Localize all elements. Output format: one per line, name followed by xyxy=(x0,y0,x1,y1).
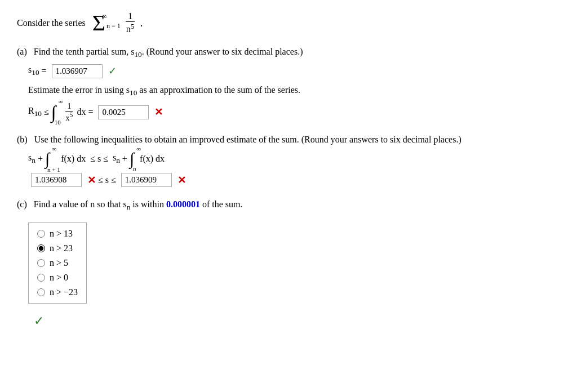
integral-fraction: 1 x5 xyxy=(64,102,75,123)
r10-input[interactable]: 0.0025 xyxy=(98,105,149,119)
radio-option-2[interactable]: n > 23 xyxy=(37,243,78,253)
series-header: Consider the series Σ ∞ n = 1 1 n5 . xyxy=(17,11,560,34)
s10-answer-row: s10 = 1.036907 ✓ xyxy=(28,64,560,78)
r10-x-icon: ✕ xyxy=(154,106,163,118)
integral-dx: dx xyxy=(77,107,86,117)
s10-input[interactable]: 1.036907 xyxy=(52,64,103,78)
integral-frac-den: x5 xyxy=(64,112,75,123)
integral1-display: ∫ ∞ n + 1 f(x) dx xyxy=(45,150,86,167)
sigma-bottom: n = 1 xyxy=(106,22,121,30)
sigma-top: ∞ xyxy=(102,12,121,21)
integral-display: ∫ ∞ 10 1 x5 dx xyxy=(51,102,86,123)
integral2-fx: f(x) dx xyxy=(140,154,165,164)
radio-option-5[interactable]: n > −23 xyxy=(37,287,78,297)
part-a-question: Find the tenth partial sum, s10. (Round … xyxy=(29,47,303,56)
integral-frac-num: 1 xyxy=(65,102,73,112)
s10-check-icon: ✓ xyxy=(108,65,117,77)
integral1-lower: n + 1 xyxy=(47,167,60,173)
r10-subscript: 10 xyxy=(34,109,42,118)
series-fraction: 1 n5 xyxy=(124,11,137,34)
part-c-check-icon: ✓ xyxy=(34,314,44,328)
r10-answer-row: R10 ≤ ∫ ∞ 10 1 x5 dx = 0. xyxy=(28,102,560,123)
radio-option-3[interactable]: n > 5 xyxy=(37,258,78,268)
part-c-question: Find a value of n so that sn is within 0… xyxy=(29,199,243,209)
part-c-section: (c) Find a value of n so that sn is with… xyxy=(17,199,560,328)
part-c-label: (c) Find a value of n so that sn is with… xyxy=(17,199,560,212)
radio-label-2: n > 23 xyxy=(50,243,73,253)
period: . xyxy=(140,16,143,29)
radio-label-3: n > 5 xyxy=(50,258,68,268)
part-c-letter: (c) xyxy=(17,199,27,209)
upper-bound-input[interactable]: 1.036909 xyxy=(121,173,172,187)
upper-x-icon: ✕ xyxy=(177,174,186,186)
sn-label2: sn xyxy=(113,153,120,165)
sn-label1: sn xyxy=(28,153,35,165)
part-b-answer-row: 1.036908 ✕ ≤ s ≤ 1.036909 ✕ xyxy=(28,173,560,187)
integral-lower: 10 xyxy=(55,119,61,126)
sigma-annotation: ∞ n = 1 xyxy=(106,15,121,30)
integral1-fx: f(x) dx xyxy=(61,154,86,164)
radio-input-5[interactable] xyxy=(37,288,45,296)
radio-input-2[interactable] xyxy=(37,244,45,252)
s10-subscript: 10 xyxy=(32,68,39,77)
fraction-numerator: 1 xyxy=(126,11,135,22)
part-b-label: (b) Use the following inequalities to ob… xyxy=(17,135,560,145)
power-5: 5 xyxy=(131,22,135,30)
radio-input-4[interactable] xyxy=(37,274,45,282)
integral2-upper: ∞ xyxy=(136,146,141,152)
s10-label: s10 xyxy=(28,65,39,77)
part-b-section: (b) Use the following inequalities to ob… xyxy=(17,135,560,187)
integral-upper: ∞ xyxy=(59,99,63,105)
radio-input-3[interactable] xyxy=(37,259,45,267)
highlight-value: 0.000001 xyxy=(166,199,200,209)
formula-row: sn + ∫ ∞ n + 1 f(x) dx ≤ s ≤ sn + xyxy=(28,150,560,167)
r10-result-equals: = xyxy=(86,107,95,117)
part-b-question: Use the following inequalities to obtain… xyxy=(30,135,461,144)
integral1-upper: ∞ xyxy=(52,146,56,152)
part-b-content: sn + ∫ ∞ n + 1 f(x) dx ≤ s ≤ sn + xyxy=(28,150,560,187)
sigma-wrapper: Σ ∞ n = 1 1 n5 xyxy=(92,11,137,34)
radio-group: n > 13n > 23n > 5n > 0n > −23 xyxy=(28,222,87,304)
radio-input-1[interactable] xyxy=(37,230,45,238)
part-a-letter: (a) xyxy=(17,47,27,56)
part-a-content: s10 = 1.036907 ✓ Estimate the error in u… xyxy=(28,64,560,123)
integral2-lower: n xyxy=(133,166,136,172)
radio-label-1: n > 13 xyxy=(50,229,73,239)
leq-s-leq2: ≤ s ≤ xyxy=(96,175,118,185)
r10-leq: ≤ xyxy=(42,107,51,117)
s10-equals: = xyxy=(39,66,49,76)
estimate-text-row: Estimate the error in using s10 as an ap… xyxy=(28,85,560,97)
radio-label-4: n > 0 xyxy=(50,273,68,283)
lower-bound-input[interactable]: 1.036908 xyxy=(31,173,82,187)
radio-option-1[interactable]: n > 13 xyxy=(37,229,78,239)
lower-x-icon: ✕ xyxy=(87,174,96,186)
fraction-denominator: n5 xyxy=(124,22,137,34)
part-b-letter: (b) xyxy=(17,135,28,144)
radio-label-5: n > −23 xyxy=(50,287,78,297)
part-c-content: n > 13n > 23n > 5n > 0n > −23 ✓ xyxy=(28,217,560,328)
part-a-section: (a) Find the tenth partial sum, s10. (Ro… xyxy=(17,47,560,122)
leq-s-leq: ≤ s ≤ xyxy=(86,154,113,164)
integral2-display: ∫ ∞ n f(x) dx xyxy=(130,150,165,167)
consider-text: Consider the series xyxy=(17,18,86,28)
radio-option-4[interactable]: n > 0 xyxy=(37,273,78,283)
part-a-label: (a) Find the tenth partial sum, s10. (Ro… xyxy=(17,47,560,59)
r10-label: R10 xyxy=(28,106,42,118)
